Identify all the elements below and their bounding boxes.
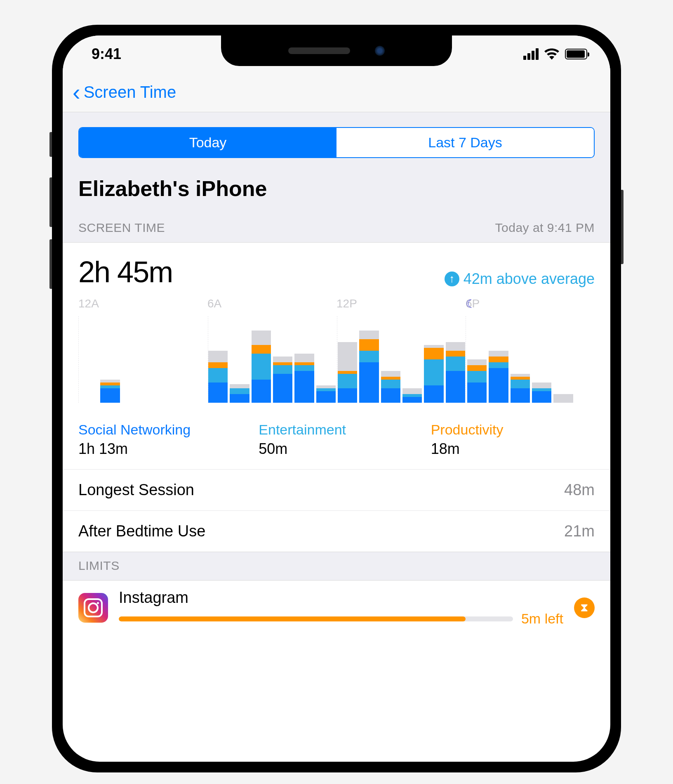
limit-app-name: Instagram [119,589,563,607]
chart-bar [532,316,551,403]
instagram-icon [78,593,108,623]
nav-bar: ‹ Screen Time [63,73,610,112]
stat-row-longest[interactable]: Longest Session 48m [63,469,610,510]
chart-bar [122,316,141,403]
chart-bar [252,316,271,403]
chart-bar [553,316,573,403]
chart-bar [294,316,314,403]
chart-bar [79,316,98,403]
back-button[interactable]: Screen Time [84,83,176,102]
chart-bar [446,316,465,403]
chart-bar [467,316,487,403]
chart-bar [359,316,379,403]
category-item: Entertainment50m [242,422,422,458]
chart-bar [489,316,508,403]
battery-icon [565,49,587,59]
chart-bar [208,316,228,403]
chart-bar [402,316,422,403]
cellular-icon [523,48,539,60]
period-segmented: Today Last 7 Days [78,127,595,158]
segment-last7days[interactable]: Last 7 Days [336,128,594,157]
back-chevron-icon[interactable]: ‹ [73,81,80,104]
hour-labels: 12A 6A 12P 6P ☾ [78,297,595,310]
screen-time-card: 2h 45m ↑ 42m above average 12A 6A 12P 6P… [63,242,610,552]
chart-bar [575,316,595,403]
chart-bar [338,316,357,403]
limit-progress [119,616,513,621]
chart-bar [511,316,530,403]
chart-bar [273,316,292,403]
chart-bar [230,316,249,403]
category-breakdown: Social Networking1h 13mEntertainment50mP… [63,413,610,469]
chart-bar [316,316,336,403]
segment-today[interactable]: Today [79,128,336,157]
moon-icon: ☾ [466,297,595,311]
chart-bar [187,316,206,403]
limit-remaining: 5m left [521,611,563,627]
section-timestamp: Today at 9:41 PM [495,221,595,235]
above-average: ↑ 42m above average [445,270,595,288]
chart-bar [424,316,443,403]
status-time: 9:41 [92,45,121,63]
arrow-up-icon: ↑ [445,272,459,286]
stat-row-bedtime[interactable]: After Bedtime Use 21m [63,510,610,552]
chart-bar [165,316,184,403]
limit-row-instagram[interactable]: Instagram 5m left ⧗ [63,580,610,637]
section-screen-time-label: SCREEN TIME [78,221,165,235]
total-time: 2h 45m [78,255,172,289]
device-name: Elizabeth's iPhone [63,158,610,214]
chart-bar [100,316,120,403]
hourglass-icon[interactable]: ⧗ [574,597,595,618]
section-limits-label: LIMITS [78,559,120,573]
usage-chart [78,316,595,403]
chart-bar [144,316,163,403]
category-item: Social Networking1h 13m [78,422,242,458]
chart-bar [381,316,400,403]
wifi-icon [544,48,559,60]
category-item: Productivity18m [423,422,595,458]
